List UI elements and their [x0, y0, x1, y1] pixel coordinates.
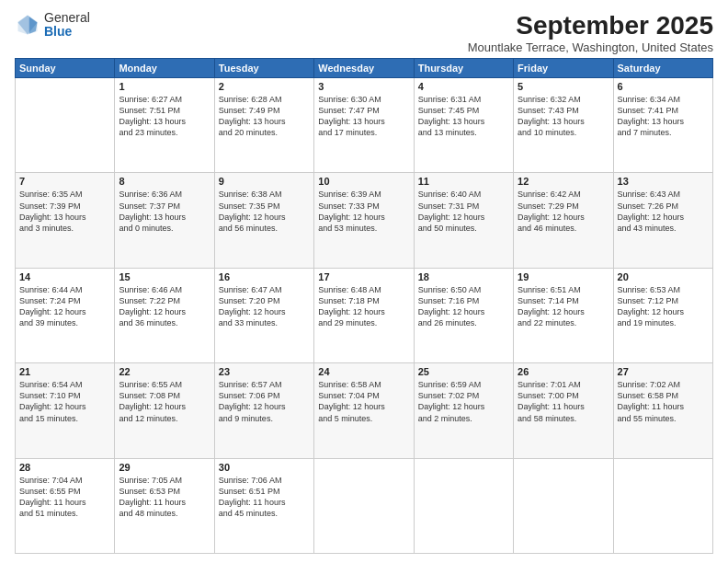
cell-content: Sunrise: 6:34 AM Sunset: 7:41 PM Dayligh…: [618, 94, 709, 139]
calendar-cell: 25Sunrise: 6:59 AM Sunset: 7:02 PM Dayli…: [414, 363, 513, 458]
cell-content: Sunrise: 6:39 AM Sunset: 7:33 PM Dayligh…: [318, 189, 409, 234]
calendar-cell: 17Sunrise: 6:48 AM Sunset: 7:18 PM Dayli…: [314, 268, 414, 362]
day-number: 7: [19, 176, 110, 187]
calendar-cell: 14Sunrise: 6:44 AM Sunset: 7:24 PM Dayli…: [16, 268, 115, 362]
day-number: 3: [318, 81, 409, 92]
day-number: 22: [119, 366, 210, 377]
day-number: 6: [618, 81, 709, 92]
calendar-cell: 15Sunrise: 6:46 AM Sunset: 7:22 PM Dayli…: [115, 268, 214, 362]
day-number: 18: [418, 271, 509, 282]
header: General Blue September 2025 Mountlake Te…: [15, 11, 713, 54]
logo-text: General Blue: [44, 11, 90, 40]
day-number: 27: [618, 366, 709, 377]
cell-content: Sunrise: 6:40 AM Sunset: 7:31 PM Dayligh…: [418, 189, 509, 234]
cell-content: Sunrise: 6:43 AM Sunset: 7:26 PM Dayligh…: [618, 189, 709, 234]
calendar-cell: 2Sunrise: 6:28 AM Sunset: 7:49 PM Daylig…: [214, 78, 313, 173]
calendar-cell: [514, 458, 613, 553]
day-number: 2: [219, 81, 310, 92]
logo-blue-text: Blue: [44, 25, 90, 39]
cell-content: Sunrise: 7:06 AM Sunset: 6:51 PM Dayligh…: [219, 475, 310, 520]
calendar-cell: 5Sunrise: 6:32 AM Sunset: 7:43 PM Daylig…: [514, 78, 613, 173]
calendar-cell: 29Sunrise: 7:05 AM Sunset: 6:53 PM Dayli…: [115, 458, 214, 553]
cell-content: Sunrise: 6:51 AM Sunset: 7:14 PM Dayligh…: [518, 284, 609, 329]
day-number: 14: [19, 271, 110, 282]
calendar-cell: 7Sunrise: 6:35 AM Sunset: 7:39 PM Daylig…: [16, 173, 115, 268]
cell-content: Sunrise: 6:27 AM Sunset: 7:51 PM Dayligh…: [119, 94, 210, 139]
day-number: 29: [119, 462, 210, 473]
header-friday: Friday: [514, 59, 613, 78]
cell-content: Sunrise: 6:38 AM Sunset: 7:35 PM Dayligh…: [219, 189, 310, 234]
cell-content: Sunrise: 6:59 AM Sunset: 7:02 PM Dayligh…: [418, 379, 509, 424]
cell-content: Sunrise: 6:35 AM Sunset: 7:39 PM Dayligh…: [19, 189, 110, 234]
day-number: 17: [318, 271, 409, 282]
calendar-cell: 12Sunrise: 6:42 AM Sunset: 7:29 PM Dayli…: [514, 173, 613, 268]
calendar-cell: [314, 458, 414, 553]
day-number: 12: [518, 176, 609, 187]
calendar-cell: 20Sunrise: 6:53 AM Sunset: 7:12 PM Dayli…: [613, 268, 712, 362]
calendar-cell: 23Sunrise: 6:57 AM Sunset: 7:06 PM Dayli…: [214, 363, 313, 458]
day-number: 5: [518, 81, 609, 92]
cell-content: Sunrise: 6:57 AM Sunset: 7:06 PM Dayligh…: [219, 379, 310, 424]
calendar-cell: 27Sunrise: 7:02 AM Sunset: 6:58 PM Dayli…: [613, 363, 712, 458]
calendar-week-row: 7Sunrise: 6:35 AM Sunset: 7:39 PM Daylig…: [16, 173, 713, 268]
cell-content: Sunrise: 6:50 AM Sunset: 7:16 PM Dayligh…: [418, 284, 509, 329]
cell-content: Sunrise: 6:48 AM Sunset: 7:18 PM Dayligh…: [318, 284, 409, 329]
calendar-cell: [16, 78, 115, 173]
calendar-cell: 26Sunrise: 7:01 AM Sunset: 7:00 PM Dayli…: [514, 363, 613, 458]
calendar-cell: 11Sunrise: 6:40 AM Sunset: 7:31 PM Dayli…: [414, 173, 513, 268]
cell-content: Sunrise: 6:42 AM Sunset: 7:29 PM Dayligh…: [518, 189, 609, 234]
calendar-cell: 9Sunrise: 6:38 AM Sunset: 7:35 PM Daylig…: [214, 173, 313, 268]
location-title: Mountlake Terrace, Washington, United St…: [468, 40, 713, 54]
day-number: 23: [219, 366, 310, 377]
calendar-cell: 13Sunrise: 6:43 AM Sunset: 7:26 PM Dayli…: [613, 173, 712, 268]
cell-content: Sunrise: 6:44 AM Sunset: 7:24 PM Dayligh…: [19, 284, 110, 329]
day-number: 21: [19, 366, 110, 377]
cell-content: Sunrise: 6:47 AM Sunset: 7:20 PM Dayligh…: [219, 284, 310, 329]
cell-content: Sunrise: 6:54 AM Sunset: 7:10 PM Dayligh…: [19, 379, 110, 424]
calendar-cell: 24Sunrise: 6:58 AM Sunset: 7:04 PM Dayli…: [314, 363, 414, 458]
calendar-cell: 21Sunrise: 6:54 AM Sunset: 7:10 PM Dayli…: [16, 363, 115, 458]
calendar-week-row: 14Sunrise: 6:44 AM Sunset: 7:24 PM Dayli…: [16, 268, 713, 362]
calendar-cell: [414, 458, 513, 553]
day-number: 20: [618, 271, 709, 282]
day-number: 8: [119, 176, 210, 187]
day-number: 25: [418, 366, 509, 377]
header-wednesday: Wednesday: [314, 59, 414, 78]
calendar-cell: 19Sunrise: 6:51 AM Sunset: 7:14 PM Dayli…: [514, 268, 613, 362]
cell-content: Sunrise: 7:05 AM Sunset: 6:53 PM Dayligh…: [119, 475, 210, 520]
day-number: 4: [418, 81, 509, 92]
header-tuesday: Tuesday: [214, 59, 313, 78]
page: General Blue September 2025 Mountlake Te…: [0, 0, 728, 563]
cell-content: Sunrise: 6:46 AM Sunset: 7:22 PM Dayligh…: [119, 284, 210, 329]
calendar-cell: 10Sunrise: 6:39 AM Sunset: 7:33 PM Dayli…: [314, 173, 414, 268]
title-block: September 2025 Mountlake Terrace, Washin…: [468, 11, 713, 54]
calendar-cell: 18Sunrise: 6:50 AM Sunset: 7:16 PM Dayli…: [414, 268, 513, 362]
day-number: 26: [518, 366, 609, 377]
logo: General Blue: [15, 11, 90, 40]
calendar-cell: 8Sunrise: 6:36 AM Sunset: 7:37 PM Daylig…: [115, 173, 214, 268]
day-number: 9: [219, 176, 310, 187]
header-monday: Monday: [115, 59, 214, 78]
calendar-table: Sunday Monday Tuesday Wednesday Thursday…: [15, 58, 713, 554]
day-number: 19: [518, 271, 609, 282]
day-number: 1: [119, 81, 210, 92]
month-title: September 2025: [468, 11, 713, 40]
logo-general-text: General: [44, 11, 90, 25]
calendar-cell: 4Sunrise: 6:31 AM Sunset: 7:45 PM Daylig…: [414, 78, 513, 173]
cell-content: Sunrise: 6:32 AM Sunset: 7:43 PM Dayligh…: [518, 94, 609, 139]
day-number: 28: [19, 462, 110, 473]
weekday-header-row: Sunday Monday Tuesday Wednesday Thursday…: [16, 59, 713, 78]
cell-content: Sunrise: 6:53 AM Sunset: 7:12 PM Dayligh…: [618, 284, 709, 329]
calendar-cell: 28Sunrise: 7:04 AM Sunset: 6:55 PM Dayli…: [16, 458, 115, 553]
cell-content: Sunrise: 6:30 AM Sunset: 7:47 PM Dayligh…: [318, 94, 409, 139]
cell-content: Sunrise: 7:04 AM Sunset: 6:55 PM Dayligh…: [19, 475, 110, 520]
calendar-cell: 1Sunrise: 6:27 AM Sunset: 7:51 PM Daylig…: [115, 78, 214, 173]
calendar-cell: 6Sunrise: 6:34 AM Sunset: 7:41 PM Daylig…: [613, 78, 712, 173]
header-thursday: Thursday: [414, 59, 513, 78]
header-sunday: Sunday: [16, 59, 115, 78]
calendar-week-row: 28Sunrise: 7:04 AM Sunset: 6:55 PM Dayli…: [16, 458, 713, 553]
day-number: 16: [219, 271, 310, 282]
day-number: 13: [618, 176, 709, 187]
header-saturday: Saturday: [613, 59, 712, 78]
day-number: 15: [119, 271, 210, 282]
